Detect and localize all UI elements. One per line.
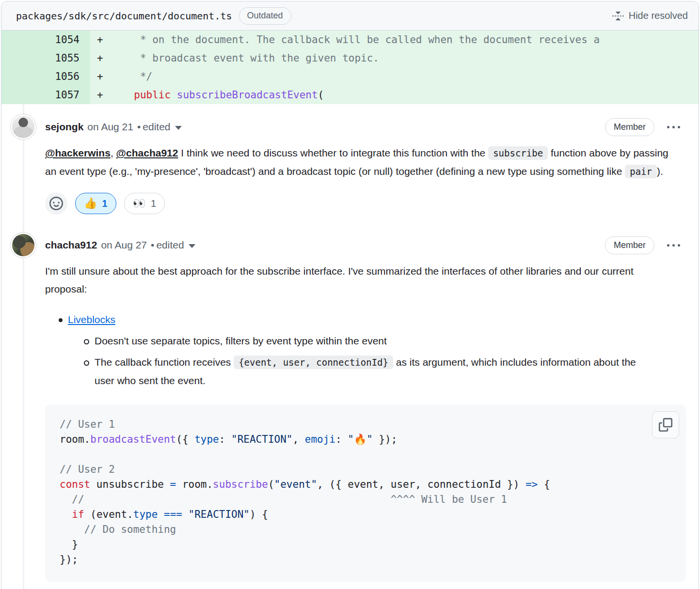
diff-code-text: * on the document. The callback will be … xyxy=(122,34,600,46)
code-token: "🔥" xyxy=(348,434,373,445)
diff-line: 1055+ * broadcast event with the given t… xyxy=(1,49,699,67)
code-block: // User 1room.broadcastEvent({ type: "RE… xyxy=(45,404,686,582)
author-link[interactable]: sejongk xyxy=(45,121,83,133)
code-line: }); xyxy=(60,552,671,567)
dot-separator: • xyxy=(137,121,141,133)
mention-link[interactable]: @hackerwins xyxy=(45,147,111,158)
chevron-down-icon xyxy=(175,126,182,130)
code-token xyxy=(158,509,164,520)
code-token: }); xyxy=(373,434,398,445)
kebab-menu-button[interactable] xyxy=(666,123,681,131)
chevron-down-icon xyxy=(189,244,195,248)
copy-button[interactable] xyxy=(652,411,679,438)
code-token: => xyxy=(525,479,538,490)
code-token: room. xyxy=(60,434,90,445)
code-token: // User 1 xyxy=(60,418,115,430)
code-line: room.broadcastEvent({ type: "REACTION", … xyxy=(60,432,671,447)
list-item: Liveblocks xyxy=(45,310,681,329)
code-token: === xyxy=(164,509,182,520)
inline-code: subscribe xyxy=(488,146,548,160)
code-line: if (event.type === "REACTION") { xyxy=(60,507,671,522)
code-token: "REACTION" xyxy=(189,509,250,520)
copy-icon xyxy=(659,418,672,432)
reaction-thumbs-up[interactable]: 👍 1 xyxy=(75,193,116,214)
code-line: // Do something xyxy=(60,522,671,537)
comment-header: sejongk on Aug 21 • edited Member xyxy=(45,116,681,138)
comment-body: @hackerwins, @chacha912 I think we need … xyxy=(45,144,675,181)
code-token: emoji xyxy=(305,434,335,445)
code-token: */ xyxy=(122,71,152,82)
hide-resolved-button[interactable]: Hide resolved xyxy=(612,10,688,22)
list-item: The callback function receives {event, u… xyxy=(45,353,656,390)
diff-line: 1056+ */ xyxy=(1,67,699,86)
thumbs-up-icon: 👍 xyxy=(84,198,97,209)
inline-code: pair xyxy=(625,165,657,178)
member-badge: Member xyxy=(605,236,654,254)
file-header: packages/sdk/src/document/document.ts Ou… xyxy=(1,1,699,31)
reaction-eyes[interactable]: 👀 1 xyxy=(124,193,165,214)
diff-line: 1057+ public subscribeBroadcastEvent( xyxy=(1,86,699,104)
code-token: , ({ event, user, connectionId }) xyxy=(317,479,525,490)
text: The callback function receives xyxy=(95,356,234,368)
code-line: const unsubscribe = room.subscribe("even… xyxy=(60,477,671,492)
bullet-list: Liveblocks Doesn't use separate topics, … xyxy=(45,310,681,390)
code-token: ({ xyxy=(176,434,194,445)
review-thread-card: packages/sdk/src/document/document.ts Ou… xyxy=(1,1,699,589)
diff-addition-marker: + xyxy=(90,34,122,46)
code-token: "event" xyxy=(274,479,318,490)
member-badge: Member xyxy=(605,118,654,136)
diff-addition-marker: + xyxy=(90,89,122,101)
timestamp-link[interactable]: on Aug 27 xyxy=(101,239,147,251)
edited-label: edited xyxy=(156,239,184,251)
text: I think we need to discuss whether to in… xyxy=(178,147,488,158)
comment-body: I'm still unsure about the best approach… xyxy=(45,262,675,298)
code-token: // ^^^^ Will be User 1 xyxy=(60,494,507,505)
kebab-menu-button[interactable] xyxy=(666,241,681,249)
code-token: (event. xyxy=(84,509,133,520)
code-content: // User 1room.broadcastEvent({ type: "RE… xyxy=(60,417,671,567)
code-token: = xyxy=(170,479,176,490)
diff-code-text: * broadcast event with the given topic. xyxy=(122,52,379,64)
code-token: }); xyxy=(60,554,78,565)
timestamp-link[interactable]: on Aug 21 xyxy=(87,121,133,133)
text: , xyxy=(111,147,116,158)
comment-thread: sejongk on Aug 21 • edited Member @hacke… xyxy=(1,104,699,589)
comment-chacha912: chacha912 on Aug 27 • edited Member I'm … xyxy=(1,215,699,582)
code-token: ( xyxy=(318,89,324,101)
code-line: // ^^^^ Will be User 1 xyxy=(60,492,671,507)
line-number: 1055 xyxy=(1,49,90,67)
diff-addition-marker: + xyxy=(90,52,122,64)
diff-code-text: public subscribeBroadcastEvent( xyxy=(122,89,324,101)
diff-addition-marker: + xyxy=(90,71,122,82)
mention-link[interactable]: @chacha912 xyxy=(116,147,178,158)
code-token: } xyxy=(60,539,78,550)
code-token: ( xyxy=(268,479,274,490)
code-token: unsubscribe xyxy=(90,479,170,490)
liveblocks-link[interactable]: Liveblocks xyxy=(68,314,115,325)
code-token xyxy=(171,89,177,101)
avatar[interactable] xyxy=(12,234,34,256)
code-token xyxy=(182,509,189,520)
code-token xyxy=(60,509,72,520)
avatar[interactable] xyxy=(12,116,34,138)
add-reaction-button[interactable] xyxy=(45,192,67,215)
code-token: : xyxy=(335,434,348,445)
fold-icon xyxy=(612,10,624,22)
code-token xyxy=(122,89,134,101)
code-token: public xyxy=(134,89,171,101)
edited-dropdown[interactable]: edited xyxy=(143,121,181,133)
list-item: Doesn't use separate topics, filters by … xyxy=(45,332,656,350)
text: ). xyxy=(657,166,663,177)
edited-dropdown[interactable]: edited xyxy=(156,239,195,251)
author-link[interactable]: chacha912 xyxy=(45,239,97,251)
hide-resolved-label: Hide resolved xyxy=(629,10,688,21)
reactions-row: 👍 1 👀 1 xyxy=(45,192,681,215)
file-path: packages/sdk/src/document/document.ts xyxy=(16,10,232,22)
code-token: subscribeBroadcastEvent xyxy=(177,89,318,101)
code-line: } xyxy=(60,537,671,552)
line-number: 1057 xyxy=(1,86,90,104)
code-line: // User 1 xyxy=(60,417,671,432)
code-token: "REACTION" xyxy=(231,434,292,445)
diff-snippet: 1054+ * on the document. The callback wi… xyxy=(1,31,699,104)
eyes-icon: 👀 xyxy=(133,198,146,209)
